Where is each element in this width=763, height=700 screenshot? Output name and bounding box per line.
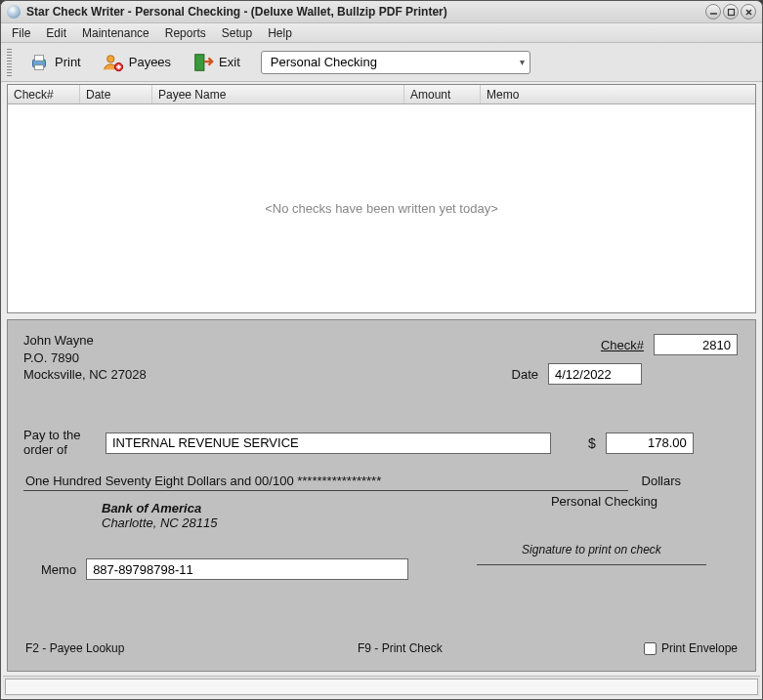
svg-rect-12	[195, 54, 204, 70]
menu-reports[interactable]: Reports	[157, 24, 214, 42]
grid-header: Check# Date Payee Name Amount Memo	[8, 85, 755, 104]
col-checknum[interactable]: Check#	[8, 85, 80, 103]
print-envelope-checkbox[interactable]	[644, 642, 657, 655]
amount-input[interactable]	[606, 432, 694, 454]
hint-print-check: F9 - Print Check	[358, 641, 443, 655]
menu-edit[interactable]: Edit	[38, 24, 74, 42]
print-envelope-label: Print Envelope	[661, 641, 738, 655]
bank-city: Charlotte, NC 28115	[102, 515, 740, 530]
checknum-input[interactable]	[654, 334, 738, 355]
svg-point-8	[106, 55, 113, 62]
signature-line	[477, 564, 706, 565]
signature-label: Signature to print on check	[477, 543, 706, 556]
dollars-label: Dollars	[642, 474, 740, 488]
status-cell	[5, 679, 758, 695]
menu-setup[interactable]: Setup	[214, 24, 260, 42]
col-memo[interactable]: Memo	[481, 85, 755, 103]
col-amount[interactable]: Amount	[404, 85, 481, 103]
memo-label: Memo	[41, 562, 76, 577]
dollar-sign: $	[588, 435, 596, 451]
payto-label: Pay to the order of	[23, 429, 96, 458]
print-label: Print	[55, 55, 81, 69]
account-dropdown[interactable]: Personal Checking ▾	[261, 51, 530, 74]
grid-empty-message: <No checks have been written yet today>	[265, 201, 497, 216]
app-window: Star Check Writer - Personal Checking - …	[0, 0, 763, 700]
menubar: File Edit Maintenance Reports Setup Help	[1, 23, 762, 43]
menu-maintenance[interactable]: Maintenance	[74, 24, 157, 42]
payees-button[interactable]: Payees	[94, 48, 180, 77]
svg-rect-6	[34, 64, 43, 69]
toolbar-grip	[7, 49, 12, 76]
svg-rect-5	[34, 55, 43, 61]
date-input[interactable]	[548, 363, 642, 385]
window-title: Star Check Writer - Personal Checking - …	[26, 5, 705, 19]
exit-button[interactable]: Exit	[184, 48, 249, 77]
app-icon	[7, 5, 21, 19]
svg-rect-1	[728, 9, 734, 15]
payee-input[interactable]	[106, 432, 551, 454]
exit-label: Exit	[219, 55, 240, 69]
account-type: Personal Checking	[551, 494, 657, 509]
account-selected: Personal Checking	[271, 55, 377, 69]
memo-input[interactable]	[86, 558, 408, 580]
check-panel: John Wayne P.O. 7890 Mocksville, NC 2702…	[7, 319, 756, 672]
svg-rect-11	[116, 65, 121, 67]
toolbar: Print Payees Exit Personal Checking ▾	[1, 43, 762, 82]
hint-payee-lookup: F2 - Payee Lookup	[25, 641, 124, 655]
menu-help[interactable]: Help	[260, 24, 300, 42]
printer-icon	[28, 52, 50, 73]
signature-block: Signature to print on check	[477, 543, 706, 565]
amount-words: One Hundred Seventy Eight Dollars and 00…	[23, 474, 628, 491]
print-button[interactable]: Print	[20, 48, 90, 77]
date-label: Date	[512, 367, 538, 382]
col-date[interactable]: Date	[80, 85, 152, 103]
close-button[interactable]	[741, 4, 756, 20]
minimize-button[interactable]	[705, 4, 721, 20]
chevron-down-icon: ▾	[520, 57, 525, 67]
statusbar	[3, 676, 760, 697]
checks-grid: Check# Date Payee Name Amount Memo <No c…	[7, 84, 756, 313]
grid-body: <No checks have been written yet today>	[8, 104, 755, 312]
col-payee[interactable]: Payee Name	[152, 85, 404, 103]
maximize-button[interactable]	[723, 4, 739, 20]
svg-point-7	[43, 61, 45, 62]
exit-icon	[192, 52, 214, 73]
payees-label: Payees	[129, 55, 171, 69]
titlebar[interactable]: Star Check Writer - Personal Checking - …	[1, 1, 762, 23]
people-icon	[103, 52, 124, 73]
menu-file[interactable]: File	[4, 24, 38, 42]
checknum-label: Check#	[601, 338, 644, 352]
